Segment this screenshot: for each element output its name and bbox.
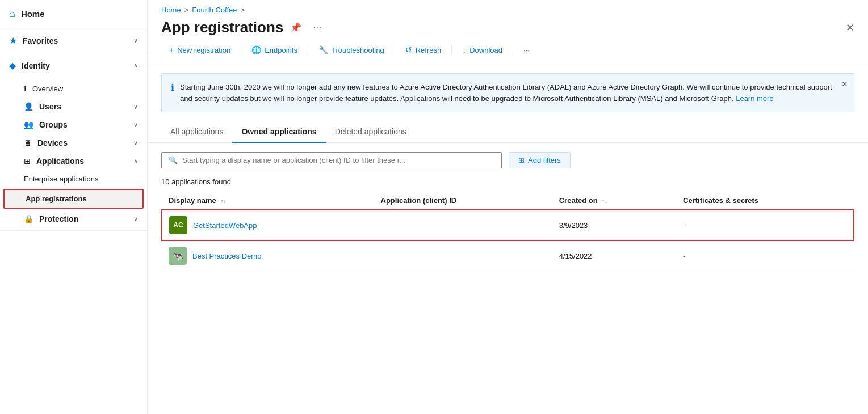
applications-label: Applications bbox=[36, 157, 84, 166]
info-close-button[interactable]: ✕ bbox=[841, 79, 848, 88]
sidebar-item-users[interactable]: 👤 Users ∨ bbox=[0, 98, 147, 116]
toolbar-sep4 bbox=[451, 44, 452, 56]
app-link-bestpractices[interactable]: Best Practices Demo bbox=[192, 252, 261, 260]
overview-icon: ℹ bbox=[24, 85, 27, 93]
breadcrumb-tenant[interactable]: Fourth Coffee bbox=[192, 6, 237, 14]
favorites-chevron: ∨ bbox=[133, 37, 138, 44]
app-link-getstartedwebapp[interactable]: GetStartedWebApp bbox=[193, 221, 257, 230]
certs-cell-1: - bbox=[676, 240, 854, 271]
breadcrumb-home[interactable]: Home bbox=[161, 6, 181, 14]
sidebar-favorites-header[interactable]: ★ Favorites ∨ bbox=[0, 28, 147, 53]
favorites-label: Favorites bbox=[23, 36, 58, 45]
tab-owned-applications[interactable]: Owned applications bbox=[232, 121, 325, 143]
new-registration-button[interactable]: + New registration bbox=[161, 42, 238, 58]
devices-label: Devices bbox=[37, 138, 68, 147]
applications-table: Display name ↑↓ Application (client) ID … bbox=[161, 192, 854, 271]
info-text: Starting June 30th, 2020 we will no long… bbox=[180, 82, 845, 104]
search-box[interactable]: 🔍 bbox=[161, 152, 502, 168]
header-more-button[interactable]: ··· bbox=[308, 19, 326, 36]
tab-deleted-applications[interactable]: Deleted applications bbox=[326, 121, 416, 143]
app-registrations-label: App registrations bbox=[26, 195, 87, 203]
tab-all-applications[interactable]: All applications bbox=[161, 121, 232, 143]
search-input[interactable] bbox=[182, 156, 494, 164]
sidebar-home-label: Home bbox=[21, 9, 45, 19]
topbar: Home > Fourth Coffee > App registrations… bbox=[148, 0, 868, 36]
endpoints-button[interactable]: 🌐 Endpoints bbox=[244, 42, 305, 58]
table-body: AC GetStartedWebApp 3/9/2023 - bbox=[162, 210, 854, 271]
table-row: 🐄 Best Practices Demo 4/15/2022 - bbox=[162, 240, 854, 271]
sidebar-item-protection[interactable]: 🔒 Protection ∨ bbox=[0, 210, 147, 228]
troubleshooting-button[interactable]: 🔧 Troubleshooting bbox=[311, 42, 392, 58]
close-button[interactable]: ✕ bbox=[846, 22, 854, 34]
refresh-icon: ↺ bbox=[405, 45, 412, 54]
refresh-button[interactable]: ↺ Refresh bbox=[397, 42, 450, 58]
wrench-icon: 🔧 bbox=[318, 45, 328, 54]
page-title: App registrations bbox=[161, 19, 283, 36]
endpoints-label: Endpoints bbox=[265, 46, 297, 54]
sidebar-item-groups[interactable]: 👥 Groups ∨ bbox=[0, 116, 147, 134]
breadcrumb-sep2: > bbox=[241, 6, 245, 14]
sidebar-item-app-registrations[interactable]: App registrations bbox=[3, 189, 144, 209]
overview-label: Overview bbox=[32, 85, 63, 93]
sidebar: ⌂ Home ★ Favorites ∨ ◆ Identity ∧ ℹ Over… bbox=[0, 0, 148, 414]
download-button[interactable]: ↓ Download bbox=[454, 42, 510, 58]
users-icon: 👤 bbox=[24, 102, 33, 111]
download-label: Download bbox=[469, 46, 502, 54]
learn-more-link[interactable]: Learn more bbox=[736, 94, 773, 103]
sort-created-on-icon[interactable]: ↑↓ bbox=[602, 198, 607, 204]
sidebar-item-overview[interactable]: ℹ Overview bbox=[0, 80, 147, 98]
main-content: Home > Fourth Coffee > App registrations… bbox=[148, 0, 868, 414]
app-name-cell: 🐄 Best Practices Demo bbox=[162, 240, 374, 271]
content-area: 🔍 ⊞ Add filters 10 applications found Di… bbox=[148, 143, 868, 414]
toolbar-sep1 bbox=[241, 44, 241, 56]
col-created-on: Created on ↑↓ bbox=[552, 192, 676, 210]
identity-label: Identity bbox=[22, 61, 50, 70]
created-on-cell-0: 3/9/2023 bbox=[552, 210, 676, 240]
groups-label: Groups bbox=[39, 120, 68, 129]
sort-display-name-icon[interactable]: ↑↓ bbox=[220, 198, 226, 204]
identity-icon: ◆ bbox=[9, 60, 16, 71]
toolbar-sep5 bbox=[513, 44, 513, 56]
app-avatar-bestpractices: 🐄 bbox=[169, 247, 187, 265]
groups-chevron: ∨ bbox=[133, 121, 138, 129]
protection-label: Protection bbox=[39, 214, 78, 223]
info-icon: ℹ bbox=[171, 82, 174, 93]
sidebar-identity-header[interactable]: ◆ Identity ∧ bbox=[0, 53, 147, 78]
identity-chevron: ∧ bbox=[133, 62, 138, 69]
users-label: Users bbox=[39, 102, 61, 111]
protection-icon: 🔒 bbox=[24, 214, 33, 223]
users-chevron: ∨ bbox=[133, 103, 138, 111]
devices-chevron: ∨ bbox=[133, 140, 138, 147]
star-icon: ★ bbox=[9, 35, 17, 46]
applications-chevron: ∧ bbox=[133, 158, 138, 165]
search-icon: 🔍 bbox=[169, 156, 178, 164]
new-registration-label: New registration bbox=[177, 46, 230, 54]
info-banner: ℹ Starting June 30th, 2020 we will no lo… bbox=[161, 73, 854, 112]
add-filters-button[interactable]: ⊞ Add filters bbox=[509, 152, 571, 168]
download-icon: ↓ bbox=[462, 45, 466, 54]
protection-chevron: ∨ bbox=[133, 216, 138, 223]
filter-icon: ⊞ bbox=[518, 156, 525, 164]
toolbar-more-button[interactable]: ··· bbox=[515, 43, 538, 58]
sidebar-item-devices[interactable]: 🖥 Devices ∨ bbox=[0, 134, 147, 152]
sidebar-home[interactable]: ⌂ Home bbox=[0, 0, 147, 28]
result-count: 10 applications found bbox=[161, 178, 854, 186]
app-name-cell: AC GetStartedWebApp bbox=[162, 210, 374, 240]
toolbar-sep3 bbox=[395, 44, 395, 56]
add-filters-label: Add filters bbox=[528, 156, 561, 164]
refresh-label: Refresh bbox=[416, 46, 442, 54]
breadcrumb: Home > Fourth Coffee > bbox=[161, 6, 854, 14]
search-filter-row: 🔍 ⊞ Add filters bbox=[161, 152, 854, 168]
sidebar-item-applications[interactable]: ⊞ Applications ∧ bbox=[0, 152, 147, 170]
toolbar-sep2 bbox=[308, 44, 308, 56]
sidebar-item-enterprise-apps[interactable]: Enterprise applications bbox=[0, 170, 147, 188]
home-icon: ⌂ bbox=[9, 8, 15, 20]
table-header: Display name ↑↓ Application (client) ID … bbox=[162, 192, 854, 210]
col-certs-secrets: Certificates & secrets bbox=[676, 192, 854, 210]
table-row: AC GetStartedWebApp 3/9/2023 - bbox=[162, 210, 854, 240]
client-id-cell-1 bbox=[374, 240, 552, 271]
certs-cell-0: - bbox=[676, 210, 854, 240]
devices-icon: 🖥 bbox=[24, 138, 32, 147]
pin-icon[interactable]: 📌 bbox=[290, 22, 301, 33]
plus-icon: + bbox=[169, 45, 174, 54]
